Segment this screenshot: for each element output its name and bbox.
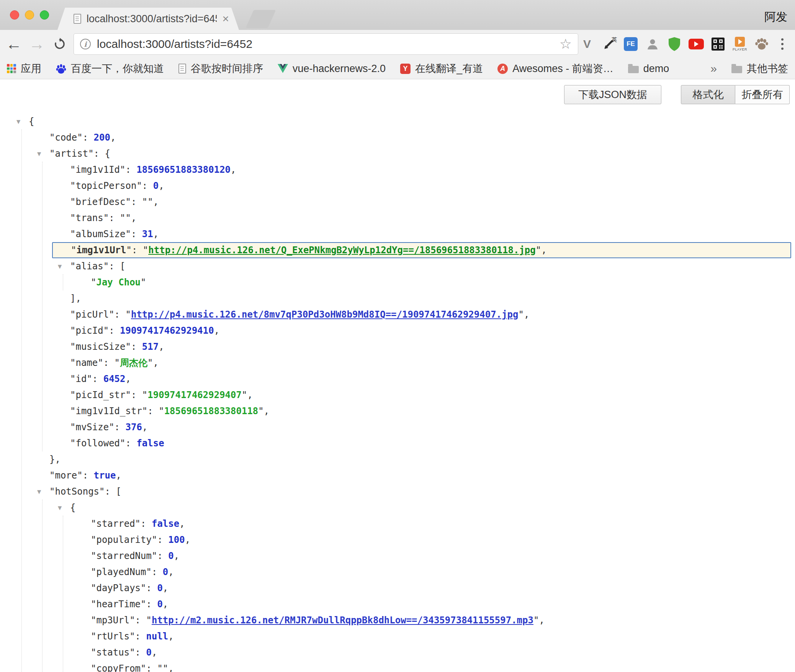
- close-window-button[interactable]: [10, 10, 19, 20]
- shield-icon[interactable]: [666, 34, 682, 54]
- bookmarks-bar: 应用 百度一下，你就知道 谷歌按时间排序 vue-hackernews-2.0 …: [0, 58, 795, 79]
- bookmark-label: 百度一下，你就知道: [71, 62, 164, 75]
- qr-code-icon[interactable]: [710, 34, 726, 54]
- url-text[interactable]: localhost:3000/artists?id=6452: [97, 38, 252, 51]
- json-token: ": [91, 551, 96, 561]
- back-button[interactable]: ←: [4, 30, 24, 58]
- json-key: mp3Url: [96, 615, 129, 626]
- json-token: ": [135, 518, 141, 529]
- download-json-button[interactable]: 下载JSON数据: [564, 85, 661, 104]
- json-key: img1v1Url: [76, 245, 126, 256]
- json-token: ": [49, 470, 55, 481]
- profile-silhouette-icon[interactable]: [645, 34, 661, 54]
- new-tab-button[interactable]: [246, 10, 276, 28]
- url-link[interactable]: http://m2.music.126.net/RMJR7wDullRqppBk…: [152, 615, 533, 626]
- json-token: :: [115, 309, 126, 320]
- url-bar[interactable]: i localhost:3000/artists?id=6452 ☆: [74, 33, 578, 55]
- json-line: "picId_str": "19097417462929407",: [0, 387, 795, 403]
- json-token: ": [70, 229, 75, 239]
- json-key: topicPerson: [75, 180, 136, 191]
- bookmark-baidu[interactable]: 百度一下，你就知道: [56, 62, 164, 75]
- other-bookmarks-folder[interactable]: 其他书签: [731, 62, 788, 75]
- json-token: ": [120, 164, 125, 175]
- json-token: ": [49, 148, 55, 159]
- fehelper-icon[interactable]: FE: [623, 34, 639, 54]
- json-token: ": [91, 277, 96, 288]
- json-key: artist: [55, 148, 88, 159]
- json-token: :: [157, 551, 168, 561]
- json-token: :: [135, 631, 146, 642]
- vimium-icon[interactable]: V: [579, 34, 595, 54]
- json-token: ": [77, 132, 82, 143]
- bookmark-apps[interactable]: 应用: [7, 62, 41, 75]
- bookmark-star-icon[interactable]: ☆: [559, 37, 572, 51]
- zoom-window-button[interactable]: [40, 10, 49, 20]
- json-line: "mvSize": 376,: [0, 419, 795, 435]
- bookmark-vue-hackernews[interactable]: vue-hackernews-2.0: [278, 63, 386, 75]
- youtube-icon[interactable]: [688, 34, 704, 54]
- url-link[interactable]: http://p4.music.126.net/Q_ExePNkmgB2yWyL…: [148, 245, 535, 256]
- json-token: ": [142, 390, 147, 400]
- json-token: :: [115, 422, 126, 433]
- json-line: "more": true,: [0, 467, 795, 484]
- json-token: ": [157, 663, 162, 672]
- json-value: 0: [163, 567, 168, 577]
- profile-name[interactable]: 阿发: [764, 9, 787, 25]
- json-token: ": [518, 309, 523, 320]
- paw-icon[interactable]: [754, 34, 770, 54]
- folder-icon: [731, 66, 742, 73]
- collapse-toggle-icon[interactable]: ▼: [16, 113, 20, 129]
- tab-title: localhost:3000/artists?id=645: [87, 13, 217, 25]
- json-line: "hearTime": 0,: [0, 596, 795, 612]
- folder-icon: [628, 66, 639, 73]
- json-token: :: [109, 325, 120, 336]
- collapse-toggle-icon[interactable]: ▼: [37, 484, 41, 500]
- json-token: ": [129, 631, 135, 642]
- browser-menu-button[interactable]: [775, 30, 790, 58]
- bookmarks-overflow-chevron[interactable]: »: [710, 62, 717, 75]
- json-token: ": [536, 245, 541, 256]
- json-line: "status": 0,: [0, 644, 795, 661]
- json-line: "img1v1Url": "http://p4.music.126.net/Q_…: [52, 242, 791, 258]
- bookmark-label: demo: [643, 63, 669, 75]
- json-token: ": [91, 534, 96, 545]
- json-value: 0: [157, 599, 162, 610]
- bookmark-awesomes[interactable]: A Awesomes - 前端资…: [497, 62, 613, 75]
- json-line: "playedNum": 0,: [0, 564, 795, 580]
- collapse-toggle-icon[interactable]: ▼: [58, 500, 62, 516]
- json-token: :: [131, 390, 142, 400]
- reload-button[interactable]: [50, 30, 70, 58]
- minimize-window-button[interactable]: [25, 10, 34, 20]
- json-token: ": [163, 663, 168, 672]
- json-token: :: [147, 406, 159, 416]
- tab-close-icon[interactable]: ×: [222, 13, 229, 25]
- url-link[interactable]: http://p4.music.126.net/8mv7qP30Pd3oHW8b…: [131, 309, 518, 320]
- bookmark-youdao[interactable]: Y 在线翻译_有道: [400, 62, 483, 75]
- bookmark-label: 应用: [21, 62, 41, 75]
- json-token: ": [533, 615, 539, 626]
- json-token: ": [91, 663, 96, 672]
- json-value: 0: [146, 647, 152, 658]
- translate-pen-icon[interactable]: 英: [601, 34, 617, 54]
- collapse-all-button[interactable]: 折叠所有: [735, 85, 790, 104]
- json-value: null: [146, 631, 168, 642]
- format-button[interactable]: 格式化: [681, 85, 735, 104]
- browser-tab[interactable]: localhost:3000/artists?id=645 ×: [57, 8, 239, 30]
- bookmark-demo-folder[interactable]: demo: [628, 63, 669, 75]
- json-token: :: [157, 534, 168, 545]
- bookmark-label: Awesomes - 前端资…: [512, 62, 613, 75]
- json-token: ": [70, 325, 75, 336]
- json-value: 0: [157, 583, 162, 593]
- json-tree: ▼{"code": 200,▼"artist": {"img1v1Id": 18…: [0, 113, 795, 672]
- json-token: ": [147, 357, 153, 368]
- collapse-toggle-icon[interactable]: ▼: [37, 146, 41, 162]
- json-line: "id": 6452,: [0, 371, 795, 387]
- collapse-toggle-icon[interactable]: ▼: [58, 258, 62, 274]
- bookmark-google-sort[interactable]: 谷歌按时间排序: [178, 62, 263, 75]
- json-line: "mp3Url": "http://m2.music.126.net/RMJR7…: [0, 612, 795, 628]
- json-value: 周杰伦: [120, 357, 147, 368]
- json-value: 19097417462929410: [120, 325, 214, 336]
- json-token: ": [70, 261, 75, 272]
- page-info-icon[interactable]: i: [80, 39, 91, 49]
- player-icon[interactable]: PLAYER: [732, 34, 748, 54]
